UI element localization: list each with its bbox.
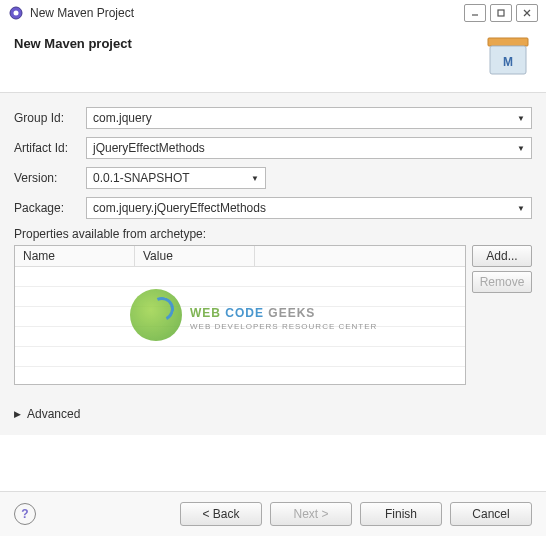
advanced-label: Advanced (27, 407, 80, 421)
eclipse-wizard-icon (8, 5, 24, 21)
titlebar: New Maven Project (0, 0, 546, 26)
titlebar-controls (464, 4, 538, 22)
wizard-header: New Maven project M (0, 26, 546, 93)
remove-button: Remove (472, 271, 532, 293)
properties-row: Name Value Add... Remove (14, 245, 532, 385)
table-row[interactable] (15, 347, 465, 367)
group-id-row: Group Id: com.jquery ▼ (14, 107, 532, 129)
version-row: Version: 0.0.1-SNAPSHOT ▼ (14, 167, 532, 189)
group-id-input[interactable]: com.jquery ▼ (86, 107, 532, 129)
group-id-value: com.jquery (93, 111, 152, 125)
version-input[interactable]: 0.0.1-SNAPSHOT ▼ (86, 167, 266, 189)
minimize-button[interactable] (464, 4, 486, 22)
properties-header: Name Value (15, 246, 465, 267)
help-icon: ? (21, 507, 28, 521)
back-button[interactable]: < Back (180, 502, 262, 526)
close-button[interactable] (516, 4, 538, 22)
version-value: 0.0.1-SNAPSHOT (93, 171, 190, 185)
finish-button[interactable]: Finish (360, 502, 442, 526)
package-label: Package: (14, 201, 86, 215)
table-row[interactable] (15, 267, 465, 287)
cancel-button[interactable]: Cancel (450, 502, 532, 526)
package-row: Package: com.jquery.jQueryEffectMethods … (14, 197, 532, 219)
table-row[interactable] (15, 307, 465, 327)
chevron-down-icon: ▼ (517, 204, 525, 213)
properties-buttons: Add... Remove (472, 245, 532, 385)
wizard-footer: ? < Back Next > Finish Cancel (0, 491, 546, 536)
artifact-id-label: Artifact Id: (14, 141, 86, 155)
table-row[interactable] (15, 287, 465, 307)
footer-buttons: < Back Next > Finish Cancel (180, 502, 532, 526)
version-label: Version: (14, 171, 86, 185)
svg-point-1 (14, 11, 19, 16)
svg-text:M: M (503, 55, 513, 69)
properties-col-value[interactable]: Value (135, 246, 255, 266)
page-title: New Maven project (14, 36, 132, 51)
group-id-label: Group Id: (14, 111, 86, 125)
artifact-id-value: jQueryEffectMethods (93, 141, 205, 155)
svg-rect-3 (498, 10, 504, 16)
table-row[interactable] (15, 327, 465, 347)
table-row[interactable] (15, 367, 465, 385)
next-button: Next > (270, 502, 352, 526)
add-button[interactable]: Add... (472, 245, 532, 267)
window-title: New Maven Project (30, 6, 134, 20)
chevron-down-icon: ▼ (517, 144, 525, 153)
chevron-right-icon: ▶ (14, 409, 21, 419)
help-button[interactable]: ? (14, 503, 36, 525)
package-value: com.jquery.jQueryEffectMethods (93, 201, 266, 215)
properties-col-spacer (255, 246, 465, 266)
maven-box-icon: M (484, 36, 532, 78)
chevron-down-icon: ▼ (251, 174, 259, 183)
form-area: Group Id: com.jquery ▼ Artifact Id: jQue… (0, 93, 546, 393)
properties-col-name[interactable]: Name (15, 246, 135, 266)
package-input[interactable]: com.jquery.jQueryEffectMethods ▼ (86, 197, 532, 219)
maximize-button[interactable] (490, 4, 512, 22)
properties-label: Properties available from archetype: (14, 227, 532, 241)
properties-table[interactable]: Name Value (14, 245, 466, 385)
advanced-toggle[interactable]: ▶ Advanced (0, 393, 546, 435)
artifact-id-row: Artifact Id: jQueryEffectMethods ▼ (14, 137, 532, 159)
artifact-id-input[interactable]: jQueryEffectMethods ▼ (86, 137, 532, 159)
chevron-down-icon: ▼ (517, 114, 525, 123)
svg-rect-6 (488, 38, 528, 46)
titlebar-left: New Maven Project (8, 5, 134, 21)
